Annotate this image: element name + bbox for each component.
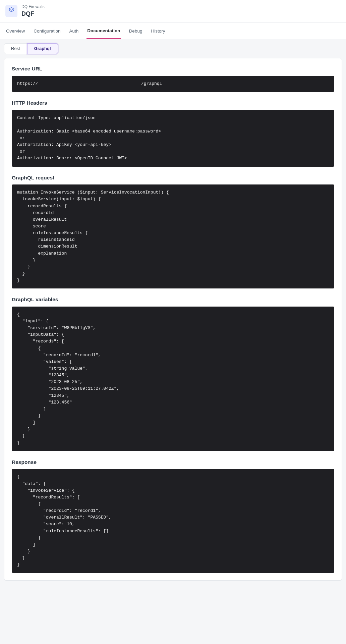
app-icon [5,5,17,17]
subtab-graphql[interactable]: Graphql [27,43,58,54]
page-body: Rest Graphql Service URL https:///graphq… [0,39,346,585]
tab-auth[interactable]: Auth [69,25,79,39]
section-title-response: Response [12,459,334,466]
tab-history[interactable]: History [150,25,166,39]
page-title: DQF [21,10,45,18]
tab-overview[interactable]: Overview [5,25,25,39]
breadcrumb: DQ Firewalls [21,4,45,10]
code-block-graphql-variables: { "input": { "serviceId": "WGPGbTlgVS", … [12,307,334,451]
tab-documentation[interactable]: Documentation [86,24,121,39]
svg-marker-0 [9,8,14,10]
documentation-card: Service URL https:///graphql HTTP Header… [4,58,342,581]
code-block-graphql-request: mutation InvokeService ($input: ServiceI… [12,184,334,288]
page-header: DQ Firewalls DQF [0,0,346,22]
code-block-http-headers: Content-Type: application/json Authoriza… [12,110,334,167]
section-title-http-headers: HTTP Headers [12,99,334,107]
section-title-graphql-variables: GraphQL variables [12,296,334,303]
app-titles: DQ Firewalls DQF [21,4,45,18]
section-title-graphql-request: GraphQL request [12,174,334,181]
section-title-service-url: Service URL [12,65,334,72]
api-type-toggle: Rest Graphql [4,43,58,54]
subtab-rest[interactable]: Rest [4,43,27,54]
layers-icon [8,7,15,15]
code-block-service-url: https:///graphql [12,76,334,92]
tab-debug[interactable]: Debug [128,25,143,39]
primary-tabs: Overview Configuration Auth Documentatio… [0,22,346,39]
service-url-suffix: /graphql [141,80,162,87]
tab-configuration[interactable]: Configuration [33,25,61,39]
code-block-response: { "data": { "invokeService": { "recordRe… [12,469,334,573]
service-url-prefix: https:// [17,80,141,87]
